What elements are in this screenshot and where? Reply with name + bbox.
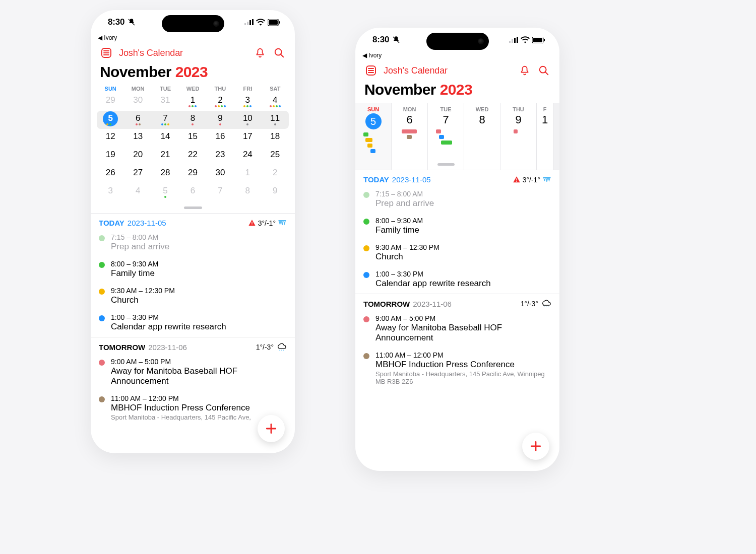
event-dots [274,123,276,126]
day-cell[interactable]: 5 [152,183,179,201]
svg-line-13 [281,54,284,57]
day-cell[interactable]: 13 [124,129,151,147]
day-cell[interactable]: 14 [152,129,179,147]
day-cell[interactable]: 9 [262,183,289,201]
day-cell[interactable]: 1 [179,93,206,111]
day-cell[interactable]: 10 [234,111,261,129]
battery-icon [532,37,545,43]
day-cell[interactable]: 30 [207,165,234,183]
event-row[interactable]: 9:30 AM – 12:30 PMChurch [91,284,295,310]
notifications-icon[interactable] [518,64,531,77]
day-cell[interactable]: 4 [262,93,289,111]
day-cell[interactable]: 29 [179,165,206,183]
day-cell[interactable]: 27 [124,165,151,183]
day-cell[interactable]: 22 [179,147,206,165]
add-event-button[interactable] [522,433,549,460]
day-number: 19 [106,150,115,159]
event-row[interactable]: 9:30 AM – 12:30 PMChurch [355,240,559,267]
day-cell[interactable]: 17 [234,129,261,147]
weather-badge[interactable]: 1°/-3° [256,342,287,352]
drag-handle[interactable] [184,206,202,209]
day-cell[interactable]: 20 [124,147,151,165]
calendars-list-icon[interactable] [364,64,377,77]
back-to-app[interactable]: ◀ Ivory [355,52,559,61]
calendar-title[interactable]: Josh's Calendar [119,48,247,58]
day-number: 10 [243,114,253,122]
weather-badge[interactable]: 3°/-1° [513,176,551,184]
status-time: 8:30 [372,35,389,45]
day-number: 26 [106,168,115,177]
day-cell[interactable]: 19 [97,147,124,165]
event-row[interactable]: 7:15 – 8:00 AMPrep and arrive [355,187,559,214]
day-cell[interactable]: 5 [97,111,124,129]
month-title[interactable]: November 2023 [355,79,559,103]
event-dots [246,123,248,126]
event-row[interactable]: 8:00 – 9:30 AMFamily time [91,257,295,284]
day-cell[interactable]: 2 [207,93,234,111]
week-day-card[interactable]: TUE7 [428,103,464,170]
battery-icon [268,19,281,26]
day-cell[interactable]: 23 [207,147,234,165]
day-cell[interactable]: 11 [262,111,289,129]
day-cell[interactable]: 7 [207,183,234,201]
event-location: Sport Manitoba - Headquarters, 145 Pacif… [375,370,551,385]
weather-badge[interactable]: 3°/-1° [248,219,287,227]
calendars-list-icon[interactable] [100,46,113,59]
week-day-card[interactable]: WED8 [464,103,500,170]
day-cell[interactable]: 8 [179,111,206,129]
add-event-button[interactable] [258,415,285,442]
day-cell[interactable]: 29 [97,93,124,111]
drag-handle[interactable] [437,163,455,166]
event-row[interactable]: 1:00 – 3:30 PMCalendar app rewrite resea… [91,310,295,337]
day-cell[interactable]: 3 [97,183,124,201]
day-cell[interactable]: 18 [262,129,289,147]
event-row[interactable]: 9:00 AM – 5:00 PMAway for Manitoba Baseb… [355,311,559,348]
day-cell[interactable]: 26 [97,165,124,183]
event-color-dot [99,262,105,268]
event-title: Family time [375,225,551,235]
event-row[interactable]: 9:00 AM – 5:00 PMAway for Manitoba Baseb… [91,355,295,391]
month-grid[interactable]: 2930311234567891011121314151617181920212… [91,92,295,203]
day-cell[interactable]: 2 [262,165,289,183]
day-cell[interactable]: 21 [152,147,179,165]
week-day-card[interactable]: SUN5 [355,103,392,170]
month-title[interactable]: November 2023 [91,61,295,86]
event-row[interactable]: 11:00 AM – 12:00 PMMBHOF Induction Press… [355,348,559,390]
day-cell[interactable]: 6 [179,183,206,201]
weather-badge[interactable]: 1°/-3° [521,299,551,308]
day-cell[interactable]: 9 [207,111,234,129]
search-icon[interactable] [273,46,286,59]
day-cell[interactable]: 15 [179,129,206,147]
event-row[interactable]: 8:00 – 9:30 AMFamily time [355,214,559,240]
week-day-card[interactable]: F1 [537,103,553,170]
week-strip[interactable]: SUN5MON6TUE7WED8THU9F1 [355,103,559,170]
day-cell[interactable]: 30 [124,93,151,111]
day-cell[interactable]: 16 [207,129,234,147]
day-cell[interactable]: 12 [97,129,124,147]
day-cell[interactable]: 1 [234,165,261,183]
month-year: 2023 [175,63,208,80]
event-row[interactable]: 1:00 – 3:30 PMCalendar app rewrite resea… [355,267,559,294]
day-cell[interactable]: 8 [234,183,261,201]
day-number: 2 [218,96,222,104]
notifications-icon[interactable] [254,46,267,59]
week-day-card[interactable]: MON6 [392,103,428,170]
search-icon[interactable] [537,64,550,77]
event-title: Church [375,252,551,262]
calendar-title[interactable]: Josh's Calendar [384,65,512,76]
day-cell[interactable]: 24 [234,147,261,165]
event-row[interactable]: 7:15 – 8:00 AMPrep and arrive [91,230,295,257]
cloud-icon [540,299,551,308]
day-cell[interactable]: 7 [152,111,179,129]
day-cell[interactable]: 3 [234,93,261,111]
status-bar: 8:30 [355,28,559,52]
agenda-list[interactable]: TODAY 2023-11-053°/-1°7:15 – 8:00 AMPrep… [355,170,559,471]
day-cell[interactable]: 4 [124,183,151,201]
day-cell[interactable]: 25 [262,147,289,165]
week-day-card[interactable]: THU9 [500,103,537,170]
day-cell[interactable]: 28 [152,165,179,183]
day-cell[interactable]: 6 [124,111,151,129]
event-title: MBHOF Induction Press Conference [111,403,287,413]
day-cell[interactable]: 31 [152,93,179,111]
back-to-app[interactable]: ◀ Ivory [91,34,295,43]
